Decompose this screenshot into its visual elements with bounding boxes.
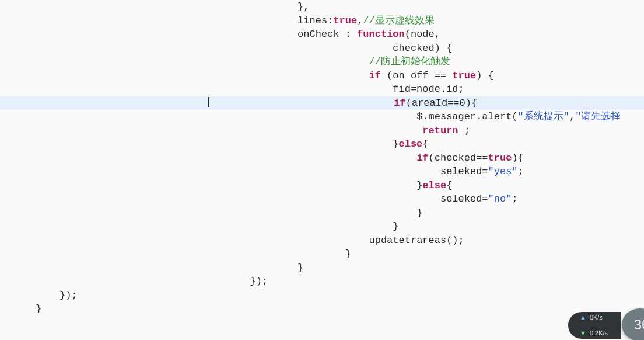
- token-punct: }: [298, 262, 303, 273]
- code-line[interactable]: });: [0, 275, 644, 289]
- token-punct: }: [416, 180, 422, 191]
- code-line[interactable]: },: [0, 0, 644, 14]
- token-prop: onCheck :: [298, 29, 357, 40]
- token-prop: seleked=: [440, 166, 488, 177]
- code-line[interactable]: });: [0, 289, 644, 303]
- token-punct: {: [422, 138, 428, 150]
- token-kw: true: [452, 70, 476, 81]
- token-prop: (checked==: [429, 152, 488, 164]
- token-prop: fid=node.id;: [393, 84, 464, 95]
- code-line[interactable]: seleked="no";: [0, 192, 644, 206]
- token-prop: (on_off ==: [381, 70, 452, 81]
- code-line[interactable]: updatetrareas();: [0, 234, 644, 248]
- token-kw: else: [422, 180, 446, 191]
- token-punct: ,: [357, 15, 363, 26]
- token-punct: {: [446, 180, 452, 191]
- token-punct: });: [60, 290, 78, 301]
- code-line[interactable]: seleked="yes";: [0, 165, 644, 179]
- text-cursor: [208, 97, 209, 107]
- code-line[interactable]: if (on_off == true) {: [0, 69, 644, 83]
- token-kw: function: [357, 29, 405, 40]
- code-line[interactable]: }: [0, 247, 644, 261]
- token-str: "yes": [488, 166, 518, 177]
- token-kw: else: [399, 138, 423, 150]
- token-prop: $.messager.alert(: [416, 111, 517, 122]
- token-kw: if: [394, 98, 405, 109]
- token-punct: }: [416, 207, 422, 218]
- code-line[interactable]: }: [0, 261, 644, 275]
- code-line[interactable]: onCheck : function(node,: [0, 27, 644, 41]
- token-prop: seleked=: [440, 193, 488, 204]
- token-kw: if: [369, 70, 381, 81]
- token-punct: });: [250, 276, 268, 287]
- code-line[interactable]: //防止初始化触发: [0, 55, 644, 69]
- code-line[interactable]: }else{: [0, 179, 644, 193]
- token-prop: lines:: [298, 15, 333, 26]
- token-kw: if: [416, 152, 428, 164]
- token-kw: true: [488, 152, 512, 164]
- token-kw: return: [422, 125, 458, 136]
- token-punct: checked) {: [393, 43, 452, 54]
- token-punct: }: [393, 138, 398, 150]
- code-line[interactable]: fid=node.id;: [0, 82, 644, 96]
- token-punct: ) {: [476, 70, 494, 81]
- token-punct: ,: [569, 111, 575, 122]
- token-punct: ;: [518, 166, 524, 177]
- code-line[interactable]: $.messager.alert("系统提示","请先选择: [0, 110, 644, 124]
- token-punct: }: [345, 248, 351, 259]
- download-speed: 0.2K/s: [590, 327, 608, 340]
- token-prop: [416, 125, 422, 136]
- code-editor[interactable]: }, lines:true,//显示虚线效果 onCheck : functio…: [0, 0, 644, 316]
- code-line[interactable]: if(areaId==0){: [0, 96, 644, 110]
- code-line[interactable]: }: [0, 302, 644, 316]
- token-punct: ;: [512, 193, 517, 204]
- token-str: "no": [488, 193, 512, 204]
- download-arrow-icon: ▼: [580, 327, 586, 340]
- network-speed-pill: ▲ 0K/s ▼ 0.2K/s: [568, 312, 621, 339]
- code-line[interactable]: return ;: [0, 124, 644, 138]
- token-punct: },: [298, 1, 309, 12]
- token-punct: ;: [459, 125, 470, 136]
- token-prop: updatetrareas();: [369, 235, 464, 246]
- token-punct: }: [393, 221, 398, 232]
- code-line[interactable]: }: [0, 206, 644, 220]
- token-cmt: //显示虚线效果: [363, 15, 434, 26]
- code-line[interactable]: if(checked==true){: [0, 151, 644, 165]
- token-punct: (node,: [405, 29, 440, 40]
- token-cmt: //防止初始化触发: [369, 56, 450, 67]
- code-line[interactable]: }else{: [0, 137, 644, 151]
- token-punct: ){: [512, 152, 523, 164]
- token-kw: true: [333, 15, 357, 26]
- code-line[interactable]: }: [0, 220, 644, 234]
- token-prop: (areaId==0){: [406, 98, 477, 109]
- code-line[interactable]: checked) {: [0, 41, 644, 55]
- token-punct: }: [36, 303, 41, 314]
- code-line[interactable]: lines:true,//显示虚线效果: [0, 14, 644, 28]
- token-str: "请先选择: [575, 111, 621, 122]
- token-str: "系统提示": [518, 111, 569, 122]
